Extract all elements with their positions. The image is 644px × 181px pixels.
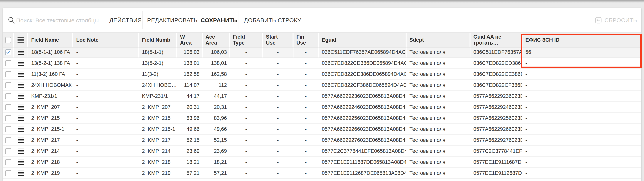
cell-w_area[interactable]: 20,31 bbox=[177, 102, 202, 112]
cell-loc_note[interactable]: - bbox=[73, 47, 139, 58]
cell-start_use[interactable]: - bbox=[263, 135, 294, 145]
cell-sdept[interactable]: Тестовые поля bbox=[406, 146, 470, 156]
cell-fin_use[interactable]: - bbox=[294, 168, 319, 178]
row-menu-icon[interactable] bbox=[18, 50, 24, 55]
cell-efis_zsn_id[interactable]: - bbox=[522, 135, 641, 145]
column-header-field_name[interactable]: Field Name bbox=[28, 33, 73, 47]
cell-sdept[interactable]: Тестовые поля bbox=[406, 157, 470, 167]
cell-start_use[interactable]: - bbox=[263, 69, 294, 80]
cell-field_name[interactable]: 2_KMP_214 bbox=[28, 146, 73, 156]
cell-field_name[interactable]: 2_KMP_215-1 bbox=[28, 124, 73, 134]
cell-field_name[interactable]: 2_KMP_218 bbox=[28, 157, 73, 167]
cell-field_name[interactable]: 2_KMP_217 bbox=[28, 135, 73, 145]
cell-w_area[interactable]: 52,15 bbox=[177, 135, 202, 145]
cell-guid_aa[interactable]: 036C7ED822CE386D… bbox=[470, 69, 522, 80]
column-header-field_numb[interactable]: Field Numb bbox=[139, 33, 177, 47]
cell-field_numb[interactable]: 2_KMP_214 bbox=[139, 146, 177, 156]
row-select-checkbox[interactable] bbox=[5, 159, 11, 165]
cell-field_numb[interactable]: 13(5-2-1) bbox=[139, 58, 177, 69]
cell-fin_use[interactable]: - bbox=[294, 80, 319, 91]
cell-acc_area[interactable]: 18,21 bbox=[202, 157, 230, 167]
cell-sdept[interactable]: Тестовые поля bbox=[406, 80, 470, 91]
cell-loc_note[interactable]: - bbox=[73, 91, 139, 101]
cell-guid_aa[interactable]: 0577C2C3778441EFE… bbox=[470, 146, 522, 156]
row-menu-icon[interactable] bbox=[18, 116, 24, 121]
cell-guid_aa[interactable]: 0577A66229266023E… bbox=[470, 124, 522, 134]
cell-field_type[interactable]: - bbox=[230, 47, 263, 58]
cell-loc_note[interactable]: - bbox=[73, 124, 139, 134]
cell-start_use[interactable]: - bbox=[263, 102, 294, 112]
cell-guid_aa[interactable]: 0577A66229276023E… bbox=[470, 135, 522, 145]
cell-acc_area[interactable]: 23,69 bbox=[202, 146, 230, 156]
cell-efis_zsn_id[interactable]: 56 bbox=[522, 47, 641, 58]
cell-sdept[interactable]: Тестовые поля bbox=[406, 124, 470, 134]
select-all-checkbox[interactable] bbox=[5, 37, 11, 43]
cell-sdept[interactable]: Тестовые поля bbox=[406, 47, 470, 58]
cell-start_use[interactable]: - bbox=[263, 58, 294, 69]
cell-sdept[interactable]: Тестовые поля bbox=[406, 91, 470, 101]
cell-acc_area[interactable]: 106,03 bbox=[202, 47, 230, 58]
cell-field_numb[interactable]: 11(3-2) bbox=[139, 69, 177, 80]
cell-field_name[interactable]: 11(3-2) 160 ГА bbox=[28, 69, 73, 80]
cell-acc_area[interactable]: 44,17 bbox=[202, 91, 230, 101]
row-select-checkbox[interactable] bbox=[5, 71, 11, 77]
cell-efis_zsn_id[interactable]: - bbox=[522, 80, 641, 91]
cell-sdept[interactable]: Тестовые поля bbox=[406, 168, 470, 178]
reset-button[interactable]: СБРОСИТЬ bbox=[595, 8, 637, 32]
cell-efis_zsn_id[interactable]: - bbox=[522, 91, 641, 101]
cell-loc_note[interactable]: - bbox=[73, 168, 139, 178]
cell-eguid[interactable]: 036C511EDF76357AE065894D4AC490… bbox=[319, 47, 406, 58]
cell-efis_zsn_id[interactable]: - bbox=[522, 69, 641, 80]
cell-efis_zsn_id[interactable]: - bbox=[522, 146, 641, 156]
cell-loc_note[interactable]: - bbox=[73, 113, 139, 123]
cell-w_area[interactable]: 44,17 bbox=[177, 91, 202, 101]
row-menu-icon[interactable] bbox=[18, 94, 24, 99]
cell-field_numb[interactable]: 2_KMP_215 bbox=[139, 113, 177, 123]
cell-sdept[interactable]: Тестовые поля bbox=[406, 102, 470, 112]
cell-fin_use[interactable]: - bbox=[294, 135, 319, 145]
cell-w_area[interactable]: 57,21 bbox=[177, 168, 202, 178]
cell-field_numb[interactable]: 2_KMP_215-1 bbox=[139, 124, 177, 134]
row-menu-icon[interactable] bbox=[18, 138, 24, 143]
cell-field_numb[interactable]: 2_KMP_218 bbox=[139, 157, 177, 167]
cell-field_name[interactable]: 13(5-2-1) 138 ГА bbox=[28, 58, 73, 69]
cell-loc_note[interactable]: - bbox=[73, 58, 139, 69]
row-menu-icon[interactable] bbox=[18, 170, 24, 176]
cell-eguid[interactable]: 0577A66229236023E065813A08D4B9… bbox=[319, 91, 406, 101]
row-select-checkbox[interactable] bbox=[5, 137, 11, 143]
cell-start_use[interactable]: - bbox=[263, 113, 294, 123]
row-menu-icon[interactable] bbox=[18, 159, 24, 165]
cell-sdept[interactable]: Тестовые поля bbox=[406, 69, 470, 80]
cell-eguid[interactable]: 036C7ED822CE386DE065894D4AC49… bbox=[319, 69, 406, 80]
row-menu-icon[interactable] bbox=[18, 72, 24, 77]
row-menu-icon[interactable] bbox=[18, 83, 24, 88]
cell-loc_note[interactable]: - bbox=[73, 80, 139, 91]
cell-field_numb[interactable]: 2_KMP_219 bbox=[139, 168, 177, 178]
cell-w_area[interactable]: 83,96 bbox=[177, 113, 202, 123]
cell-field_numb[interactable]: 2_KMP_217 bbox=[139, 135, 177, 145]
row-menu-icon[interactable] bbox=[18, 61, 24, 66]
cell-guid_aa[interactable]: 0577A66229246023E… bbox=[470, 102, 522, 112]
cell-field_type[interactable]: - bbox=[230, 58, 263, 69]
edit-button[interactable]: РЕДАКТИРОВАТЬ bbox=[147, 8, 198, 32]
cell-field_type[interactable]: - bbox=[230, 124, 263, 134]
column-header-field_type[interactable]: Field Type bbox=[230, 33, 263, 47]
cell-eguid[interactable]: 0577C2C3778441EFE065813A08D4B9… bbox=[319, 146, 406, 156]
cell-w_area[interactable]: 138,01 bbox=[177, 58, 202, 69]
column-header-acc_area[interactable]: Acc Area bbox=[202, 33, 230, 47]
row-select-checkbox[interactable] bbox=[5, 104, 11, 110]
cell-eguid[interactable]: 0577A66229266023E065813A08D4B9… bbox=[319, 124, 406, 134]
cell-field_type[interactable]: - bbox=[230, 113, 263, 123]
cell-field_numb[interactable]: 18(5-1-1) bbox=[139, 47, 177, 58]
row-select-checkbox[interactable] bbox=[5, 60, 11, 66]
cell-eguid[interactable]: 0577EE1E9111687DE065813A08D4B936 bbox=[319, 157, 406, 167]
cell-start_use[interactable]: - bbox=[263, 157, 294, 167]
cell-efis_zsn_id[interactable]: - bbox=[522, 157, 641, 167]
cell-field_name[interactable]: 2_KMP_207 bbox=[28, 102, 73, 112]
cell-field_type[interactable]: - bbox=[230, 80, 263, 91]
cell-field_name[interactable]: 2_KMP_219 bbox=[28, 168, 73, 178]
cell-start_use[interactable]: - bbox=[263, 168, 294, 178]
add-row-button[interactable]: ДОБАВИТЬ СТРОКУ bbox=[244, 8, 301, 32]
cell-acc_area[interactable]: 112 bbox=[202, 80, 230, 91]
cell-w_area[interactable]: 49,66 bbox=[177, 124, 202, 134]
